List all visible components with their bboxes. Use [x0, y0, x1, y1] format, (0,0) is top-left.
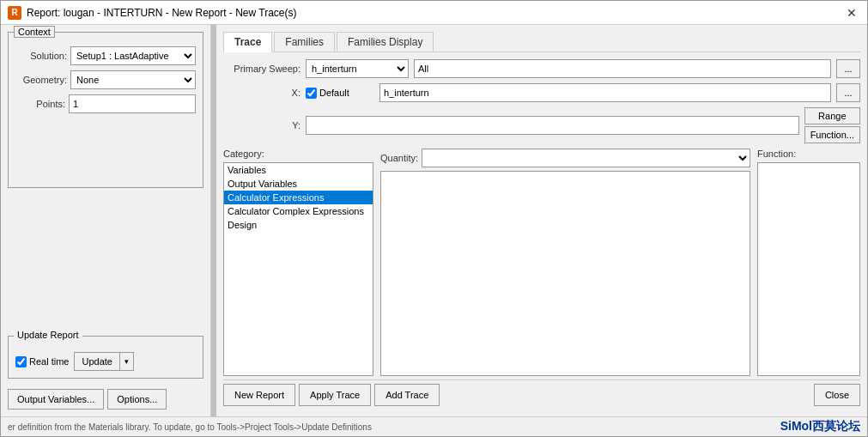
- options-button[interactable]: Options...: [107, 389, 167, 410]
- range-button[interactable]: Range: [804, 107, 860, 124]
- geometry-select[interactable]: None: [70, 70, 196, 89]
- update-button[interactable]: Update: [74, 352, 119, 371]
- function-list[interactable]: [757, 162, 860, 376]
- points-row: Points:: [15, 94, 196, 113]
- solution-label: Solution:: [15, 51, 67, 61]
- solution-select[interactable]: Setup1 : LastAdaptive: [70, 46, 196, 65]
- realtime-label[interactable]: Real time: [15, 356, 69, 367]
- primary-sweep-browse-button[interactable]: ...: [836, 59, 860, 78]
- geometry-label: Geometry:: [15, 75, 67, 85]
- window-title: Report: lougan - INTERTURN - New Report …: [27, 7, 297, 19]
- bottom-buttons-bar: New Report Apply Trace Add Trace Close: [223, 379, 860, 410]
- update-dropdown-button[interactable]: ▾: [120, 352, 134, 371]
- app-icon: R: [8, 6, 21, 20]
- window-close-button[interactable]: ✕: [843, 4, 860, 21]
- points-label: Points:: [15, 99, 65, 109]
- update-report-group: Update Report Real time Update ▾: [8, 336, 203, 379]
- update-row: Real time Update ▾: [15, 352, 196, 371]
- quantity-label: Quantity:: [380, 153, 418, 163]
- cqf-section: Category: Variables Output Variables Cal…: [223, 149, 860, 376]
- x-default-checkbox[interactable]: [306, 88, 317, 99]
- tabs: Trace Families Families Display: [223, 32, 860, 52]
- context-group: Context Solution: Setup1 : LastAdaptive …: [8, 32, 203, 188]
- primary-sweep-label: Primary Sweep:: [223, 64, 300, 74]
- update-btn-group: Update ▾: [74, 352, 133, 371]
- add-trace-button[interactable]: Add Trace: [374, 384, 440, 406]
- y-label: Y:: [223, 120, 300, 130]
- tab-families-display[interactable]: Families Display: [337, 32, 434, 52]
- list-item-calculator-complex[interactable]: Calculator Complex Expressions: [224, 204, 373, 218]
- new-report-button[interactable]: New Report: [223, 384, 295, 406]
- update-report-legend: Update Report: [14, 330, 82, 340]
- solution-row: Solution: Setup1 : LastAdaptive: [15, 46, 196, 65]
- list-item-variables[interactable]: Variables: [224, 163, 373, 177]
- output-variables-button[interactable]: Output Variables...: [8, 389, 104, 410]
- y-row: Y: Range Function...: [223, 107, 860, 143]
- quantity-list[interactable]: [380, 171, 750, 376]
- apply-trace-button[interactable]: Apply Trace: [299, 384, 371, 406]
- y-right-buttons: Range Function...: [804, 107, 860, 143]
- tab-families[interactable]: Families: [274, 32, 335, 52]
- right-panel: Trace Families Families Display Primary …: [216, 25, 867, 416]
- left-panel: Context Solution: Setup1 : LastAdaptive …: [1, 25, 211, 416]
- context-legend: Context: [14, 26, 55, 38]
- list-item-calculator-expressions[interactable]: Calculator Expressions: [224, 191, 373, 204]
- trace-content: Primary Sweep: h_interturn ... X: Defaul…: [223, 59, 860, 376]
- simol-logo: SiMol西莫论坛: [780, 419, 860, 434]
- realtime-checkbox[interactable]: [15, 356, 27, 367]
- category-column: Category: Variables Output Variables Cal…: [223, 149, 373, 376]
- y-value-input[interactable]: [306, 116, 799, 135]
- category-list[interactable]: Variables Output Variables Calculator Ex…: [223, 162, 373, 376]
- function-column: Function:: [757, 149, 860, 376]
- category-label: Category:: [223, 149, 373, 159]
- x-label: X:: [223, 88, 300, 98]
- title-bar-left: R Report: lougan - INTERTURN - New Repor…: [8, 6, 297, 20]
- primary-sweep-all-input[interactable]: [414, 59, 831, 78]
- points-input[interactable]: [69, 94, 196, 113]
- geometry-row: Geometry: None: [15, 70, 196, 89]
- quantity-column: Quantity:: [380, 149, 750, 376]
- primary-sweep-row: Primary Sweep: h_interturn ...: [223, 59, 860, 78]
- x-browse-button[interactable]: ...: [836, 83, 860, 102]
- x-row: X: Default ...: [223, 83, 860, 102]
- tab-trace[interactable]: Trace: [223, 32, 272, 52]
- function-label: Function:: [757, 149, 860, 159]
- function-button[interactable]: Function...: [804, 126, 860, 143]
- list-item-output-variables[interactable]: Output Variables: [224, 177, 373, 191]
- x-value-input[interactable]: [379, 83, 831, 102]
- quantity-header: Quantity:: [380, 149, 750, 167]
- list-item-design[interactable]: Design: [224, 218, 373, 232]
- primary-sweep-select[interactable]: h_interturn: [306, 59, 409, 78]
- status-bar: er definition from the Materials library…: [1, 416, 867, 436]
- main-window: R Report: lougan - INTERTURN - New Repor…: [0, 0, 868, 437]
- left-buttons: Output Variables... Options...: [8, 384, 203, 410]
- quantity-select[interactable]: [422, 149, 750, 167]
- main-content: Context Solution: Setup1 : LastAdaptive …: [1, 25, 867, 416]
- close-button[interactable]: Close: [814, 384, 860, 406]
- title-bar: R Report: lougan - INTERTURN - New Repor…: [1, 1, 867, 25]
- status-message: er definition from the Materials library…: [8, 422, 372, 432]
- x-default-label[interactable]: Default: [306, 88, 374, 99]
